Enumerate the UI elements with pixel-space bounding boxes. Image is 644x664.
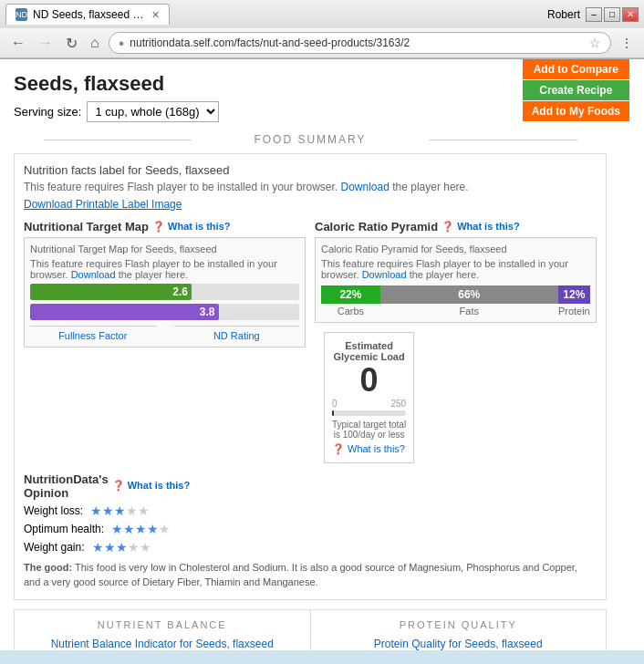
opinion-title: NutritionData'sOpinion bbox=[24, 472, 109, 500]
reload-button[interactable]: ↻ bbox=[62, 33, 81, 54]
flash-text: This feature requires Flash player to be… bbox=[24, 181, 338, 193]
map-flash-body: This feature requires Flash player to be… bbox=[30, 258, 299, 280]
food-summary-header: FOOD SUMMARY bbox=[14, 133, 607, 146]
bottom-sections: NUTRIENT BALANCE Nutrient Balance Indica… bbox=[14, 609, 607, 650]
bar2-value: 3.8 bbox=[200, 306, 215, 318]
optimum-health-row: Optimum health: ★★★★★ bbox=[24, 522, 597, 536]
lock-icon: ● bbox=[119, 37, 125, 48]
nutritional-map-title: Nutritional Target Map bbox=[24, 220, 149, 233]
menu-icon[interactable]: ⋮ bbox=[617, 34, 637, 52]
caloric-pyramid-title: Caloric Ratio Pyramid bbox=[315, 220, 438, 233]
caloric-pyramid-what[interactable]: ❓ What is this? bbox=[441, 221, 520, 233]
fullness-factor-link[interactable]: Fullness Factor bbox=[30, 326, 156, 341]
glycemic-what-text: What is this? bbox=[348, 443, 405, 454]
forward-button[interactable]: → bbox=[35, 33, 57, 53]
caloric-ratio-bars: 22% 66% 12% bbox=[321, 285, 590, 304]
weight-loss-row: Weight loss: ★★★★★ bbox=[24, 503, 597, 518]
nutrient-balance-section: NUTRIENT BALANCE Nutrient Balance Indica… bbox=[15, 610, 311, 650]
bar1-value: 2.6 bbox=[172, 285, 188, 298]
close-button[interactable]: ✕ bbox=[622, 7, 639, 22]
back-button[interactable]: ← bbox=[7, 33, 29, 53]
serving-label: Serving size: bbox=[14, 105, 81, 119]
glycemic-scale-labels: 0 250 bbox=[332, 399, 406, 409]
bar1-fill: 2.6 bbox=[30, 284, 192, 300]
fats-bar: 66% bbox=[380, 285, 558, 304]
summary-box: Nutrition facts label for Seeds, flaxsee… bbox=[14, 153, 607, 600]
map-flash-text: Nutritional Target Map for Seeds, flaxse… bbox=[30, 244, 299, 254]
add-foods-button[interactable]: Add to My Foods bbox=[523, 101, 629, 121]
opinion-what[interactable]: ❓ What is this? bbox=[112, 480, 191, 492]
maximize-button[interactable]: □ bbox=[604, 7, 620, 22]
minimize-button[interactable]: – bbox=[586, 7, 602, 22]
protein-bar: 12% bbox=[558, 285, 590, 304]
caloric-labels: Carbs Fats Protein bbox=[321, 306, 590, 316]
address-bar[interactable]: ● nutritiondata.self.com/facts/nut-and-s… bbox=[109, 32, 611, 54]
glycemic-title: Estimated Glycemic Load bbox=[332, 340, 406, 362]
good-label: The good: bbox=[24, 562, 72, 573]
tab-label: ND Seeds, flaxseed Nutrition bbox=[33, 8, 146, 21]
glycemic-what-icon: ❓ bbox=[332, 443, 345, 455]
printable-label-link[interactable]: Download Printable Label Image bbox=[24, 198, 182, 211]
action-buttons: Add to Compare Create Recipe Add to My F… bbox=[523, 59, 629, 121]
bar2-row: 3.8 bbox=[30, 304, 299, 320]
protein-quality-section: PROTEIN QUALITY Protein Quality for Seed… bbox=[311, 610, 607, 650]
weight-loss-label: Weight loss: bbox=[24, 504, 83, 517]
tab-favicon: ND bbox=[16, 8, 27, 21]
protein-quality-header: PROTEIN QUALITY bbox=[320, 619, 597, 630]
bookmark-icon[interactable]: ☆ bbox=[589, 36, 601, 50]
nutritional-map-flash: Nutritional Target Map for Seeds, flaxse… bbox=[24, 237, 306, 348]
page-content: Add to Compare Create Recipe Add to My F… bbox=[0, 59, 644, 650]
flash-download-link[interactable]: Download bbox=[341, 181, 390, 193]
weight-gain-label: Weight gain: bbox=[24, 541, 85, 554]
nutrition-label-title: Nutrition facts label for Seeds, flaxsee… bbox=[24, 163, 597, 177]
weight-gain-stars: ★★★★★ bbox=[92, 540, 151, 555]
good-text: This food is very low in Cholesterol and… bbox=[24, 562, 577, 588]
opinion-section: NutritionData'sOpinion ❓ What is this? W… bbox=[24, 472, 597, 590]
nutrient-balance-header: NUTRIENT BALANCE bbox=[24, 619, 301, 630]
bar2-fill: 3.8 bbox=[30, 304, 219, 320]
caloric-flash-text: Caloric Ratio Pyramid for Seeds, flaxsee… bbox=[321, 244, 590, 254]
caloric-flash-box: Caloric Ratio Pyramid for Seeds, flaxsee… bbox=[315, 237, 597, 323]
fullness-row: Fullness Factor ND Rating bbox=[30, 326, 299, 341]
glycemic-box: Estimated Glycemic Load 0 0 250 Typical … bbox=[324, 332, 414, 463]
carbs-label: Carbs bbox=[321, 306, 380, 316]
map-flash-link[interactable]: Download bbox=[71, 269, 116, 280]
browser-tab[interactable]: ND ND Seeds, flaxseed Nutrition ✕ bbox=[5, 4, 170, 25]
nutritional-map-col: Nutritional Target Map ❓ What is this? N… bbox=[24, 220, 306, 463]
tab-close-button[interactable]: ✕ bbox=[151, 9, 160, 21]
caloric-flash-body: This feature requires Flash player to be… bbox=[321, 258, 590, 280]
glycemic-what-link[interactable]: ❓ What is this? bbox=[332, 443, 406, 455]
user-name: Robert bbox=[547, 8, 580, 21]
carbs-bar: 22% bbox=[321, 285, 380, 304]
good-text-area: The good: This food is very low in Chole… bbox=[24, 560, 597, 590]
weight-loss-stars: ★★★★★ bbox=[90, 503, 150, 518]
caloric-pyramid-col: Caloric Ratio Pyramid ❓ What is this? Ca… bbox=[315, 220, 597, 463]
page-title: Seeds, flaxseed bbox=[14, 72, 607, 96]
nd-rating-link[interactable]: ND Rating bbox=[174, 326, 300, 341]
nutritional-map-what[interactable]: ❓ What is this? bbox=[152, 221, 231, 233]
url-text: nutritiondata.self.com/facts/nut-and-see… bbox=[130, 36, 584, 49]
weight-gain-row: Weight gain: ★★★★★ bbox=[24, 540, 597, 555]
create-recipe-button[interactable]: Create Recipe bbox=[523, 80, 629, 100]
serving-size-select[interactable]: 1 cup, whole (168g) bbox=[87, 101, 219, 122]
optimum-health-label: Optimum health: bbox=[24, 523, 104, 535]
glycemic-value: 0 bbox=[332, 362, 406, 399]
protein-label: Protein bbox=[558, 306, 590, 316]
fats-label: Fats bbox=[380, 306, 558, 316]
caloric-flash-link[interactable]: Download bbox=[362, 269, 407, 280]
flash-notice-main: This feature requires Flash player to be… bbox=[24, 181, 597, 193]
nutrient-sub: Nutrient Balance Indicator for Seeds, fl… bbox=[24, 638, 301, 650]
glycemic-section: Estimated Glycemic Load 0 0 250 Typical … bbox=[315, 332, 597, 463]
optimum-health-stars: ★★★★★ bbox=[111, 522, 171, 536]
protein-sub: Protein Quality for Seeds, flaxseed bbox=[320, 638, 597, 650]
glycemic-note: Typical target total is 100/day or less bbox=[332, 420, 406, 440]
flash-suffix: the player here. bbox=[392, 181, 468, 193]
two-column-layout: Nutritional Target Map ❓ What is this? N… bbox=[24, 220, 597, 463]
add-compare-button[interactable]: Add to Compare bbox=[523, 59, 629, 79]
bar1-row: 2.6 bbox=[30, 284, 299, 300]
glycemic-scale-bar bbox=[332, 410, 406, 416]
home-button[interactable]: ⌂ bbox=[87, 33, 103, 53]
opinion-area: NutritionData'sOpinion ❓ What is this? W… bbox=[24, 472, 597, 590]
